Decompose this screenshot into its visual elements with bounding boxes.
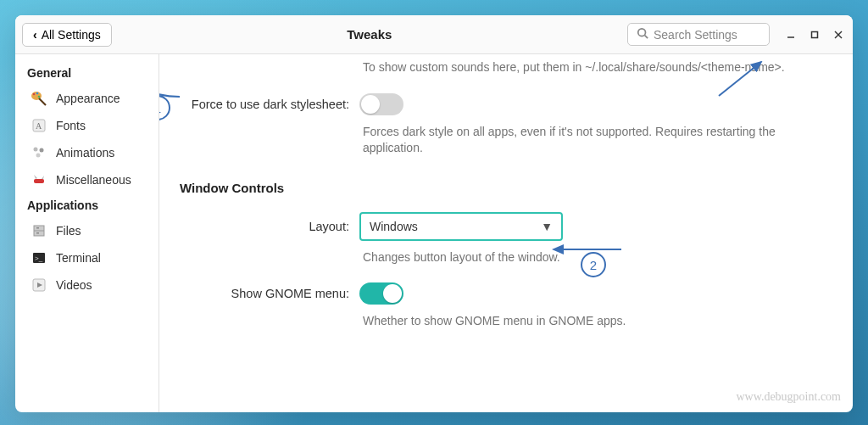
- layout-value: Windows: [370, 220, 418, 233]
- svg-point-8: [36, 92, 39, 95]
- titlebar: ‹ All Settings Tweaks Search Settings: [15, 15, 853, 54]
- sidebar-item-fonts[interactable]: A Fonts: [19, 112, 155, 139]
- dark-stylesheet-description: Forces dark style on all apps, even if i…: [363, 124, 832, 157]
- maximize-button[interactable]: [807, 27, 822, 42]
- sidebar-item-appearance[interactable]: Appearance: [19, 85, 155, 112]
- swiss-knife-icon: [31, 171, 47, 188]
- back-button-label: All Settings: [42, 28, 101, 42]
- video-icon: [31, 277, 47, 294]
- tweaks-window: ‹ All Settings Tweaks Search Settings Ge…: [15, 15, 853, 412]
- layout-label: Layout:: [180, 220, 359, 233]
- sidebar-item-label: Files: [56, 224, 81, 238]
- gnome-menu-description: Whether to show GNOME menu in GNOME apps…: [363, 313, 832, 330]
- sidebar: General Appearance A Fonts: [15, 54, 159, 412]
- svg-point-14: [36, 154, 41, 158]
- sidebar-item-label: Animations: [56, 146, 114, 159]
- minimize-button[interactable]: [783, 27, 798, 42]
- layout-combobox[interactable]: Windows ▼: [359, 212, 563, 241]
- chevron-down-icon: ▼: [541, 220, 553, 233]
- layout-description: Changes button layout of the window.: [363, 249, 832, 266]
- sidebar-item-animations[interactable]: Animations: [19, 139, 155, 166]
- close-button[interactable]: [831, 27, 846, 42]
- chevron-left-icon: ‹: [33, 28, 37, 42]
- sidebar-item-miscellaneous[interactable]: Miscellaneous: [19, 166, 155, 193]
- sidebar-item-label: Videos: [56, 278, 92, 292]
- svg-rect-19: [36, 232, 39, 234]
- svg-point-12: [34, 148, 38, 152]
- sidebar-item-files[interactable]: Files: [19, 217, 155, 244]
- sidebar-item-terminal[interactable]: >_ Terminal: [19, 244, 155, 271]
- sidebar-item-label: Terminal: [56, 251, 101, 265]
- svg-point-9: [38, 96, 41, 98]
- svg-text:>_: >_: [35, 254, 43, 262]
- annotation-marker-1: 1: [159, 95, 170, 120]
- svg-line-1: [645, 36, 648, 39]
- content-pane: To show custom sounds here, put them in …: [159, 54, 853, 412]
- window-controls-header: Window Controls: [180, 181, 832, 195]
- search-input[interactable]: Search Settings: [627, 23, 770, 46]
- sidebar-item-label: Fonts: [56, 119, 86, 132]
- svg-rect-3: [812, 31, 818, 37]
- svg-text:A: A: [36, 121, 42, 131]
- search-icon: [637, 27, 648, 42]
- dark-stylesheet-label: Force to use dark stylesheet:: [180, 98, 359, 111]
- window-controls: [783, 27, 846, 42]
- back-button[interactable]: ‹ All Settings: [22, 23, 112, 47]
- sidebar-group-general: General: [19, 61, 155, 85]
- watermark: www.debugpoint.com: [736, 390, 841, 404]
- brush-icon: [31, 90, 47, 107]
- terminal-icon: >_: [31, 249, 47, 266]
- sidebar-item-label: Appearance: [56, 92, 120, 105]
- font-icon: A: [31, 117, 47, 134]
- window-title: Tweaks: [119, 27, 620, 42]
- sounds-description: To show custom sounds here, put them in …: [363, 59, 832, 76]
- sidebar-item-label: Miscellaneous: [56, 173, 131, 187]
- svg-rect-18: [36, 227, 39, 229]
- gnome-menu-label: Show GNOME menu:: [180, 287, 359, 300]
- sidebar-item-videos[interactable]: Videos: [19, 271, 155, 299]
- dark-stylesheet-switch[interactable]: [359, 93, 403, 115]
- search-placeholder: Search Settings: [654, 28, 737, 42]
- svg-point-7: [33, 93, 36, 96]
- animations-icon: [31, 144, 47, 161]
- svg-point-0: [638, 29, 646, 36]
- svg-point-13: [40, 148, 44, 153]
- svg-rect-15: [34, 179, 44, 183]
- sidebar-group-applications: Applications: [19, 193, 155, 217]
- files-icon: [31, 222, 47, 239]
- gnome-menu-switch[interactable]: [359, 282, 403, 305]
